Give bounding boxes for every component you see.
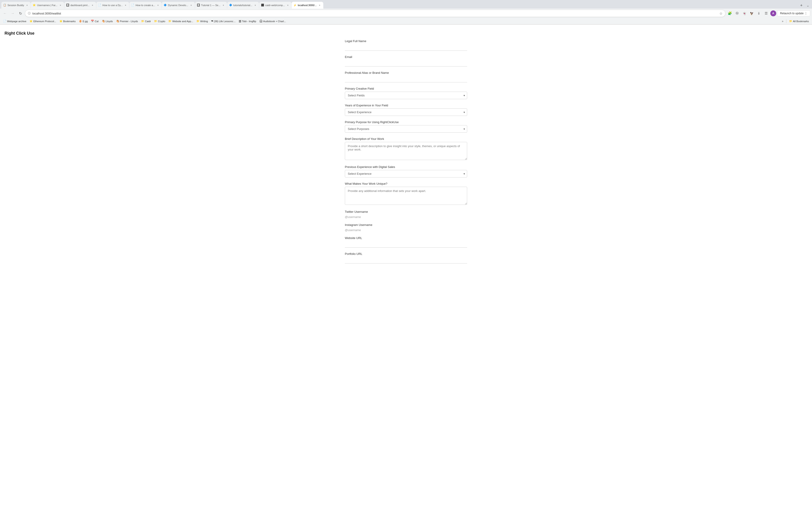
tab-dynamic-devel[interactable]: 🔷Dynamic Develo...×: [162, 2, 195, 9]
field-label-twitter-username: Twitter Username: [345, 210, 467, 214]
bookmark-icon: ❤: [211, 20, 213, 23]
bookmark-(38)-life-lessons:...[interactable]: ❤(38) Life Lessons:...: [210, 19, 237, 23]
tab-list-button[interactable]: ⌄: [805, 2, 811, 9]
field-label-previous-experience: Previous Experience with Digital Sales: [345, 165, 467, 169]
bookmark-crypto[interactable]: 📁Crypto: [153, 19, 166, 23]
field-input-legal-full-name[interactable]: [345, 44, 467, 51]
tab-close-how-to-create[interactable]: ×: [156, 3, 160, 7]
field-placeholder-twitter-username: @username: [345, 215, 467, 219]
folder-icon: 📁: [789, 20, 792, 23]
field-textarea-work-unique[interactable]: [345, 187, 467, 205]
bookmark-label: Writing: [200, 20, 208, 23]
bookmark-e.gg[interactable]: 🥚E.gg: [78, 19, 89, 23]
toolbar-icons: 🧩 Ⓜ 👻 🦅 ⇓ ☰ A Relaunch to update ⋮: [727, 10, 810, 16]
downloads-icon[interactable]: ⇓: [756, 10, 762, 16]
tab-favicon-tutorial-1: 🔲: [197, 4, 200, 7]
tab-usernames[interactable]: ⭐Usernames | Far...×: [31, 2, 64, 9]
field-label-work-unique: What Makes Your Work Unique?: [345, 182, 467, 185]
bookmark-icon: ⭐: [59, 20, 62, 23]
bookmark-label: Cal: [95, 20, 99, 23]
bookmark-webpage-archive[interactable]: 📄Webpage archive: [2, 19, 28, 23]
extensions-puzzle-icon[interactable]: 🧩: [727, 10, 733, 16]
tab-favicon-localhost: ⚡: [293, 4, 297, 7]
tab-favicon-dashboard-pim: 🔲: [66, 4, 69, 7]
bookmark-star-icon[interactable]: ☆: [719, 11, 722, 16]
tab-close-tutorial-1[interactable]: ×: [221, 3, 225, 7]
address-bar[interactable]: ⓘ localhost:3000/waitlist ☆: [25, 10, 725, 17]
form-field-previous-experience: Previous Experience with Digital SalesSe…: [345, 165, 467, 177]
select-wrapper-primary-purpose: Select PurposesSellingLicensingShowcasin…: [345, 125, 467, 133]
tab-close-usernames[interactable]: ×: [59, 3, 62, 7]
tab-close-how-to-use[interactable]: ×: [124, 3, 127, 7]
tab-close-caidr-web[interactable]: ×: [286, 3, 290, 7]
tab-label-session-buddy: Session Buddy: [7, 4, 24, 7]
field-input-portfolio-url[interactable]: [345, 257, 467, 264]
bookmark-writing[interactable]: 📁Writing: [195, 19, 209, 23]
tab-label-usernames: Usernames | Far...: [37, 4, 57, 7]
tab-close-session-buddy[interactable]: ×: [25, 3, 29, 7]
field-input-website-url[interactable]: [345, 241, 467, 247]
field-select-primary-creative-field[interactable]: Select FieldsDesignPhotographyMusicWriti…: [345, 92, 467, 99]
bookmark-icon: 📁: [154, 20, 157, 23]
field-input-professional-alias[interactable]: [345, 76, 467, 82]
browser-chrome: 📋Session Buddy×⭐Usernames | Far...×🔲dash…: [0, 0, 812, 25]
tab-close-dashboard-pim[interactable]: ×: [91, 3, 94, 7]
tab-favicon-how-to-use: 📄: [98, 4, 101, 7]
field-select-primary-purpose[interactable]: Select PurposesSellingLicensingShowcasin…: [345, 125, 467, 133]
ext-icon[interactable]: 🦅: [749, 10, 755, 16]
forward-button[interactable]: →: [9, 10, 16, 16]
form-field-legal-full-name: Legal Full Name: [345, 39, 467, 51]
tab-close-localhost[interactable]: ×: [318, 3, 321, 7]
bookmark-website-and-app...[interactable]: 📁Website and App...: [167, 19, 194, 23]
bookmark-label: (38) Life Lessons:...: [214, 20, 236, 23]
back-button[interactable]: ←: [2, 10, 8, 16]
bookmark-ethereum-protocol...[interactable]: ⭐Ethereum Protocol...: [28, 19, 57, 23]
bookmark-label: E.gg: [83, 20, 88, 23]
relaunch-button[interactable]: Relaunch to update ⋮: [777, 10, 810, 16]
select-wrapper-previous-experience: Select ExperienceNoneSomeExperiencedExpe…: [345, 170, 467, 177]
field-textarea-brief-description[interactable]: [345, 142, 467, 160]
form-field-twitter-username: Twitter Username@username: [345, 210, 467, 219]
form-container: Legal Full NameEmailProfessional Alias o…: [340, 39, 472, 264]
tab-dashboard-pim[interactable]: 🔲dashboard.piml...×: [64, 2, 96, 9]
tab-how-to-use[interactable]: 📄How to use a Dy...×: [96, 2, 129, 9]
bookmark-audiobook-+-chart...[interactable]: 🎧Audiobook + Chart...: [258, 19, 288, 23]
tab-close-tutorials[interactable]: ×: [254, 3, 257, 7]
bookmark-bookmarks[interactable]: ⭐Bookmarks: [58, 19, 77, 23]
phantom-icon[interactable]: 👻: [741, 10, 748, 16]
tab-close-dynamic-devel[interactable]: ×: [189, 3, 193, 7]
lock-icon: ⓘ: [28, 11, 31, 15]
bookmark-label: Ethereum Protocol...: [33, 20, 56, 23]
field-select-previous-experience[interactable]: Select ExperienceNoneSomeExperiencedExpe…: [345, 170, 467, 177]
field-label-primary-purpose: Primary Purpose for Using RightClickUse: [345, 120, 467, 124]
field-select-years-experience[interactable]: Select Experience0-1 years1-3 years3-5 y…: [345, 108, 467, 116]
bookmarks-more-button[interactable]: »: [780, 19, 785, 23]
tab-favicon-usernames: ⭐: [33, 4, 36, 7]
field-input-email[interactable]: [345, 60, 467, 66]
bookmark-icon: 🥚: [79, 20, 82, 23]
bookmark-tobi---imgflip[interactable]: 🖼Tobi - Imgflip: [238, 19, 257, 23]
bookmark-cal[interactable]: 📅Cal: [90, 19, 100, 23]
tab-caidr-web[interactable]: ⬛caidr-web/comp...×: [259, 2, 292, 9]
bookmark-premier---lloyds[interactable]: 🐴Premier - Lloyds: [115, 19, 139, 23]
form-field-professional-alias: Professional Alias or Brand Name: [345, 71, 467, 82]
bookmark-label: Tobi - Imgflip: [242, 20, 256, 23]
tab-how-to-create[interactable]: 📄How to create a...×: [130, 2, 161, 9]
profile-avatar[interactable]: A: [770, 10, 776, 16]
tab-localhost[interactable]: ⚡localhost:3000/...×: [292, 2, 323, 9]
bookmark-lloyds[interactable]: 🐴Lloyds: [100, 19, 114, 23]
all-bookmarks-label: All Bookmarks: [793, 20, 809, 23]
bookmark-label: Website and App...: [172, 20, 193, 23]
tab-session-buddy[interactable]: 📋Session Buddy×: [1, 2, 31, 9]
all-bookmarks-button[interactable]: 📁 All Bookmarks: [788, 19, 810, 23]
tab-tutorials[interactable]: 🔷tutorials/tutorial...×: [227, 2, 259, 9]
tab-label-dashboard-pim: dashboard.piml...: [70, 4, 90, 7]
new-tab-button[interactable]: +: [798, 2, 805, 9]
reload-button[interactable]: ↻: [17, 10, 23, 16]
bookmark-icon: 🖼: [239, 20, 241, 23]
form-field-primary-creative-field: Primary Creative FieldSelect FieldsDesig…: [345, 87, 467, 99]
bookmark-caidr[interactable]: 📁Caidr: [140, 19, 152, 23]
tab-tutorial-1[interactable]: 🔲Tutorial 1 — Se...×: [195, 2, 227, 9]
sidebar-icon[interactable]: ☰: [763, 10, 769, 16]
ms-icon[interactable]: Ⓜ: [734, 10, 741, 16]
